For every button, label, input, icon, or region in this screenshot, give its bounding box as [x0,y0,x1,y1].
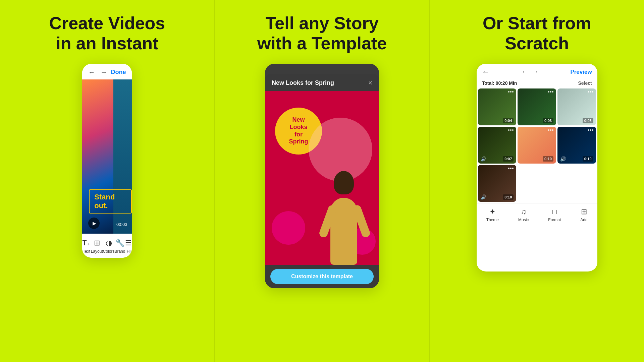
template-circle-text: New Looks for Spring [289,116,308,145]
preview-button[interactable]: Preview [570,69,592,75]
play-button[interactable]: ▶ [88,218,100,229]
toolbar-item-layout[interactable]: ⊞ Layout [91,239,103,254]
thumb6-duration: 0:10 [583,156,593,162]
colors-icon: ◑ [106,239,112,247]
toolbar-item-brand[interactable]: 🔧 Brand [114,239,125,254]
add-label: Add [580,218,587,222]
panel-template: Tell any Story with a Template New Looks… [215,0,429,362]
hi-icon: ☰ [125,239,132,247]
video-thumb-3[interactable]: 0:05 [557,88,596,125]
hi-label: Hi [127,249,130,254]
back-button[interactable]: ← [482,68,489,76]
panel-create-videos: Create Videos in an Instant ← → Done Sta… [0,0,214,362]
redo-arrow-icon[interactable]: → [100,68,107,76]
panel2-title: Tell any Story with a Template [257,13,387,54]
woman-silhouette [322,171,366,265]
panel3-nav-arrows: ← → [522,68,538,75]
thumb7-audio-icon: 🔊 [481,194,486,200]
layout-icon: ⊞ [94,239,100,247]
thumb3-dots [588,91,593,93]
video-thumb-1[interactable]: 0:04 [478,88,517,125]
standout-text-box: Stand out. [89,189,132,214]
video-background: Stand out. ▶ 00:03 [82,79,132,234]
customize-template-label: Customize this template [291,274,353,279]
modal-close-button[interactable]: × [368,79,372,87]
video-thumb-5[interactable]: 0:10 [518,127,556,164]
music-label: Music [518,218,529,222]
woman-head [334,171,354,194]
panel2-phone-container: New Looks for Spring × New Looks for Spr… [265,64,379,288]
thumb6-dots [588,129,593,131]
undo-arrow-icon[interactable]: ← [88,68,95,76]
template-pink-circle-left [272,211,305,245]
panel1-video-area: Stand out. ▶ 00:03 [82,79,132,234]
panel1-phone-mockup: ← → Done Stand out. ▶ 00:03 T₊ Text [82,64,132,258]
thumb7-duration: 0:10 [503,194,514,200]
format-label: Format [548,218,561,222]
text-icon: T₊ [82,239,91,247]
format-icon: □ [552,207,557,216]
p3-toolbar-item-format[interactable]: □ Format [548,207,561,222]
thumb1-duration: 0:04 [503,118,514,123]
modal-header: New Looks for Spring × [265,74,379,91]
video-thumb-6[interactable]: 🔊 0:10 [557,127,596,164]
thumb5-dots [548,129,553,131]
panel3-header: ← ← → Preview [477,64,597,79]
video-timestamp: 00:03 [116,222,127,227]
template-modal-overlay: New Looks for Spring × New Looks for Spr… [265,64,379,288]
panel1-bottom-toolbar: T₊ Text ⊞ Layout ◑ Colors 🔧 Brand ☰ Hi [82,234,132,258]
video-thumb-2[interactable]: 0:03 [518,88,556,125]
panel-scratch: Or Start from Scratch ← ← → Preview Tota… [430,0,644,362]
p3-toolbar-item-theme[interactable]: ✦ Theme [486,207,499,222]
video-thumb-7[interactable]: 🔊 0:10 [478,165,517,202]
total-duration-label: Total: 00:20 Min [482,80,517,86]
thumb4-audio-icon: 🔊 [481,156,486,162]
toolbar-item-colors[interactable]: ◑ Colors [103,239,115,254]
toolbar-item-hi[interactable]: ☰ Hi [125,239,132,254]
panel1-title: Create Videos in an Instant [49,13,165,54]
thumb4-dots [508,129,514,131]
modal-title: New Looks for Spring [272,79,334,86]
thumb7-dots [508,168,514,169]
done-button[interactable]: Done [111,69,126,76]
theme-label: Theme [486,218,499,222]
thumb2-duration: 0:03 [543,118,553,123]
toolbar-item-text[interactable]: T₊ Text [82,239,91,254]
select-button[interactable]: Select [578,80,592,86]
standout-text: Stand out. [94,193,115,210]
p3-toolbar-item-music[interactable]: ♫ Music [518,207,529,222]
layout-label: Layout [91,249,103,254]
thumb6-audio-icon: 🔊 [560,156,566,162]
template-modal-dialog: New Looks for Spring × New Looks for Spr… [265,74,379,288]
panel1-top-bar: ← → Done [82,64,132,79]
add-icon: ⊞ [581,207,587,216]
brand-label: Brand [114,249,125,254]
panel1-nav-arrows: ← → [88,68,107,76]
brand-icon: 🔧 [115,239,124,247]
video-thumb-4[interactable]: 🔊 0:07 [478,127,517,164]
panel3-subtitle-bar: Total: 00:20 Min Select [477,79,597,88]
colors-label: Colors [103,249,115,254]
thumb5-duration: 0:10 [543,156,553,162]
text-label: Text [83,249,90,254]
customize-template-button[interactable]: Customize this template [270,269,374,284]
p3-toolbar-item-add[interactable]: ⊞ Add [580,207,587,222]
p3-undo-icon[interactable]: ← [522,68,528,75]
thumb4-duration: 0:07 [503,156,514,162]
play-icon: ▶ [93,221,96,226]
panel3-title: Or Start from Scratch [483,13,591,54]
thumb3-duration: 0:05 [583,118,593,123]
theme-icon: ✦ [489,207,495,216]
video-grid: 0:04 0:03 0:05 🔊 0:07 [477,88,597,203]
panel3-phone-mockup: ← ← → Preview Total: 00:20 Min Select 0:… [477,64,597,272]
thumb2-dots [548,91,553,93]
spring-template-bg: New Looks for Spring [265,91,379,265]
p3-redo-icon[interactable]: → [532,68,538,75]
panel3-bottom-toolbar: ✦ Theme ♫ Music □ Format ⊞ Add [477,203,597,226]
music-icon: ♫ [521,207,526,216]
thumb1-dots [508,91,514,93]
modal-content-area: New Looks for Spring [265,91,379,265]
